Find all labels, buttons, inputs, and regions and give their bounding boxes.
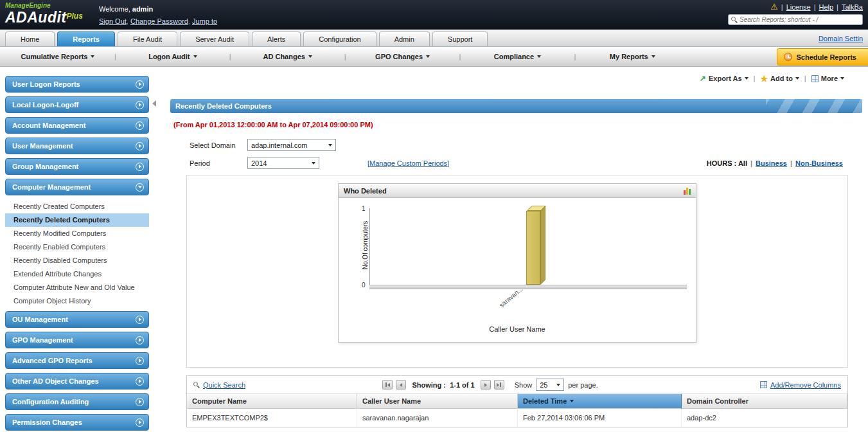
chevron-down-icon xyxy=(795,77,799,80)
manage-custom-periods-link[interactable]: [Manage Custom Periods] xyxy=(368,159,449,167)
domain-select[interactable]: adap.internal.com xyxy=(247,139,336,151)
help-link[interactable]: Help xyxy=(819,3,833,11)
chart-floor xyxy=(369,285,687,289)
previous-page-button[interactable] xyxy=(396,380,406,390)
tab-reports[interactable]: Reports xyxy=(57,31,115,46)
chevron-down-icon xyxy=(745,77,748,80)
sidebar-item-local-logon-logoff[interactable]: Local Logon-Logoff xyxy=(5,96,149,113)
results-table-section: Quick Search Showing : 1-1 of 1 Show 25 xyxy=(186,375,848,427)
sidebar-item-recently-enabled-computers[interactable]: Recently Enabled Computers xyxy=(5,240,149,254)
column-header-caller-user-name[interactable]: Caller User Name xyxy=(357,394,518,409)
tab-admin[interactable]: Admin xyxy=(379,31,430,46)
tab-home[interactable]: Home xyxy=(5,31,55,46)
quick-search-link: Quick Search xyxy=(203,381,245,389)
export-icon: ↗ xyxy=(700,74,706,83)
select-caret-icon xyxy=(325,144,335,147)
sidebar-item-recently-deleted-computers[interactable]: Recently Deleted Computers xyxy=(5,213,149,227)
chart-header: Who Deleted xyxy=(339,184,696,198)
export-as-button[interactable]: ↗Export As xyxy=(700,74,748,83)
chevron-down-icon xyxy=(537,55,541,58)
chevron-down-icon xyxy=(91,55,94,58)
chart-y-axis-label: No.Of computers xyxy=(362,221,369,270)
change-password-link[interactable]: Change Password xyxy=(130,17,188,25)
app-logo[interactable]: ManageEngine ADAuditPlus xyxy=(5,2,96,30)
menu-logon-audit[interactable]: Logon Audit xyxy=(116,53,229,60)
chart-bar-saravanan[interactable] xyxy=(526,211,540,285)
sidebar-item-recently-created-computers[interactable]: Recently Created Computers xyxy=(5,200,149,213)
sidebar-item-recently-disabled-computers[interactable]: Recently Disabled Computers xyxy=(5,254,149,267)
quick-search[interactable]: Quick Search xyxy=(193,381,245,389)
star-icon: ★ xyxy=(760,74,768,84)
cell-domain-controller: adap-dc2 xyxy=(682,409,847,427)
table-row[interactable]: EMPEX3TEXTCOMP2$ saravanan.nagarajan Feb… xyxy=(187,409,847,427)
welcome-label: Welcome, xyxy=(99,5,130,13)
search-input[interactable] xyxy=(740,16,860,23)
domain-settings-link[interactable]: Domain Settin xyxy=(819,35,863,42)
welcome-block: Welcome, admin Sign Out, Change Password… xyxy=(99,2,217,30)
sidebar-item-extended-attribute-changes[interactable]: Extended Attribute Changes xyxy=(5,267,149,281)
per-page-label: per page. xyxy=(568,381,598,389)
hours-non-business-link[interactable]: Non-Business xyxy=(795,159,843,167)
sidebar-item-user-management[interactable]: User Management xyxy=(5,138,149,154)
hours-business-link[interactable]: Business xyxy=(756,159,787,167)
sidebar-item-gpo-management[interactable]: GPO Management xyxy=(5,332,149,348)
sign-out-link[interactable]: Sign Out xyxy=(99,17,127,25)
next-page-button[interactable] xyxy=(481,380,491,390)
sidebar-item-computer-management[interactable]: Computer Management xyxy=(5,179,149,195)
period-select[interactable]: 2014 xyxy=(247,157,319,169)
talkback-link[interactable]: TalkBa xyxy=(842,3,863,11)
tab-support[interactable]: Support xyxy=(432,31,488,46)
sidebar-item-computer-attribute-new-old-value[interactable]: Computer Attribute New and Old Value xyxy=(5,281,149,294)
tab-server-audit[interactable]: Server Audit xyxy=(180,31,249,46)
hours-all-label: HOURS : All xyxy=(707,159,747,167)
more-grid-icon xyxy=(811,75,819,82)
sidebar-collapse-handle[interactable] xyxy=(152,100,157,107)
hours-filter: HOURS : All | Business | Non-Business xyxy=(707,159,843,167)
report-titlebar: Recently Deleted Computers xyxy=(170,99,862,113)
tab-alerts[interactable]: Alerts xyxy=(252,31,301,46)
menu-cumulative-reports[interactable]: Cumulative Reports xyxy=(1,53,114,60)
sidebar-item-configuration-auditing[interactable]: Configuration Auditing xyxy=(5,393,149,410)
column-header-computer-name[interactable]: Computer Name xyxy=(187,394,357,409)
add-remove-columns[interactable]: Add/Remove Columns xyxy=(760,381,841,389)
column-header-domain-controller[interactable]: Domain Controller xyxy=(682,394,847,409)
top-header: ManageEngine ADAuditPlus Welcome, admin … xyxy=(0,0,868,30)
sidebar-item-recently-modified-computers[interactable]: Recently Modified Computers xyxy=(5,227,149,240)
expand-arrow-icon xyxy=(136,418,144,427)
session-links: Sign Out, Change Password, Jump to xyxy=(99,17,217,25)
expand-arrow-icon xyxy=(136,163,144,171)
add-to-button[interactable]: ★Add to xyxy=(760,74,799,84)
warning-icon[interactable]: ⚠ xyxy=(770,3,778,11)
column-header-deleted-time[interactable]: Deleted Time xyxy=(518,394,682,409)
sidebar-item-group-management[interactable]: Group Management xyxy=(5,158,149,175)
chart-type-icon[interactable] xyxy=(684,187,691,195)
sidebar-item-permission-changes[interactable]: Permission Changes xyxy=(5,414,149,431)
sidebar-item-account-management[interactable]: Account Management xyxy=(5,117,149,134)
expand-arrow-icon xyxy=(136,336,144,345)
sidebar-item-computer-object-history[interactable]: Computer Object History xyxy=(5,294,149,308)
sidebar-item-advanced-gpo-reports[interactable]: Advanced GPO Reports xyxy=(5,352,149,369)
table-header-row: Computer Name Caller User Name Deleted T… xyxy=(187,394,847,409)
sidebar-item-ou-management[interactable]: OU Management xyxy=(5,311,149,328)
more-button[interactable]: More xyxy=(811,75,844,82)
tab-file-audit[interactable]: File Audit xyxy=(118,31,177,46)
schedule-reports-button[interactable]: Schedule Reports xyxy=(777,48,868,66)
sidebar-item-other-ad-object-changes[interactable]: Other AD Object Changes xyxy=(5,373,149,390)
menu-gpo-changes[interactable]: GPO Changes xyxy=(346,53,459,60)
page-size-select[interactable]: 25 xyxy=(536,379,564,391)
collapse-arrow-icon xyxy=(136,183,144,192)
menu-compliance[interactable]: Compliance xyxy=(461,53,574,60)
chart-container: Who Deleted No.Of computers 1 0 xyxy=(186,175,848,368)
first-page-button[interactable] xyxy=(382,380,393,390)
menu-my-reports[interactable]: My Reports xyxy=(576,53,689,60)
jump-to-link[interactable]: Jump to xyxy=(192,17,217,25)
global-search-box[interactable] xyxy=(728,14,863,25)
show-label: Show xyxy=(515,381,533,389)
menu-ad-changes[interactable]: AD Changes xyxy=(231,53,344,60)
sidebar-item-user-logon-reports[interactable]: User Logon Reports xyxy=(5,76,149,93)
last-page-button[interactable] xyxy=(494,380,504,390)
adaudit-plus-app: ManageEngine ADAuditPlus Welcome, admin … xyxy=(0,0,868,448)
pagination: Showing : 1-1 of 1 xyxy=(382,380,504,390)
license-link[interactable]: License xyxy=(786,3,811,11)
tab-configuration[interactable]: Configuration xyxy=(303,31,376,46)
